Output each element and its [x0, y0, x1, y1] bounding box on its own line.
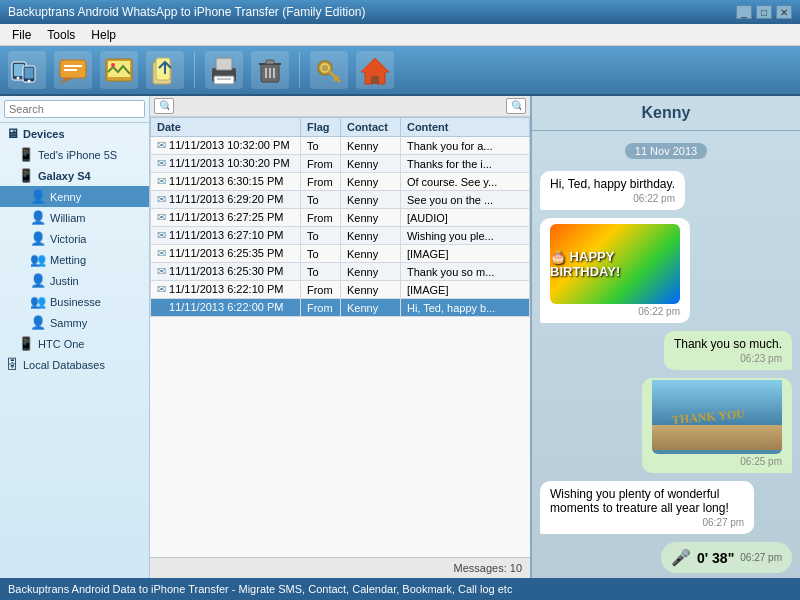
galaxy-icon: 📱: [18, 168, 34, 183]
galaxy-label: Galaxy S4: [38, 170, 91, 182]
cell-date: ✉ 11/11/2013 6:25:35 PM: [151, 245, 301, 263]
cell-content: [AUDIO]: [400, 209, 529, 227]
sidebar-item-businesse[interactable]: 👥 Businesse: [0, 291, 149, 312]
thankyou-image: THANK YOU: [652, 384, 782, 454]
cell-contact: Kenny: [340, 173, 400, 191]
sidebar-item-sammy[interactable]: 👤 Sammy: [0, 312, 149, 333]
cell-contact: Kenny: [340, 281, 400, 299]
devices-section-icon: 🖥: [6, 126, 19, 141]
cell-flag: To: [300, 263, 340, 281]
sammy-icon: 👤: [30, 315, 46, 330]
window-controls[interactable]: _ □ ✕: [736, 5, 792, 19]
svg-rect-22: [266, 60, 274, 64]
cell-flag: From: [300, 173, 340, 191]
table-search-right[interactable]: [506, 98, 526, 114]
victoria-icon: 👤: [30, 231, 46, 246]
bubble-time: 06:27 pm: [550, 517, 744, 528]
metting-icon: 👥: [30, 252, 46, 267]
justin-label: Justin: [50, 275, 79, 287]
maximize-button[interactable]: □: [756, 5, 772, 19]
table-row[interactable]: ✉ 11/11/2013 6:27:10 PM To Kenny Wishing…: [151, 227, 530, 245]
menu-bar: File Tools Help: [0, 24, 800, 46]
sidebar-item-victoria[interactable]: 👤 Victoria: [0, 228, 149, 249]
htc-icon: 📱: [18, 336, 34, 351]
cell-content: Hi, Ted, happy b...: [400, 299, 529, 317]
chat-messages: 11 Nov 2013 Hi, Ted, happy birthday. 06:…: [532, 131, 800, 578]
table-row[interactable]: ✉ 11/11/2013 10:32:00 PM To Kenny Thank …: [151, 137, 530, 155]
mic-icon: 🎤: [671, 548, 691, 567]
toolbar-trash-btn[interactable]: [251, 51, 289, 89]
table-header-row: Date Flag Contact Content: [151, 118, 530, 137]
table-footer: Messages: 10: [150, 557, 530, 578]
table-row[interactable]: ✉ 11/11/2013 10:30:20 PM From Kenny Than…: [151, 155, 530, 173]
table-row[interactable]: ✉ 11/11/2013 6:25:35 PM To Kenny [IMAGE]: [151, 245, 530, 263]
table-row[interactable]: ✉ 11/11/2013 6:29:20 PM To Kenny See you…: [151, 191, 530, 209]
table-scroll[interactable]: Date Flag Contact Content ✉ 11/11/2013 1…: [150, 117, 530, 557]
cell-contact: Kenny: [340, 227, 400, 245]
table-row[interactable]: ✉ 11/11/2013 6:22:10 PM From Kenny [IMAG…: [151, 281, 530, 299]
toolbar-sms-btn[interactable]: [54, 51, 92, 89]
cell-content: Wishing you ple...: [400, 227, 529, 245]
close-button[interactable]: ✕: [776, 5, 792, 19]
table-row[interactable]: ✉ 11/11/2013 6:25:30 PM To Kenny Thank y…: [151, 263, 530, 281]
chat-header: Kenny: [532, 96, 800, 131]
menu-file[interactable]: File: [4, 26, 39, 44]
toolbar-photo-btn[interactable]: [100, 51, 138, 89]
sidebar-devices-header[interactable]: 🖥 Devices: [0, 123, 149, 144]
table-row[interactable]: ✉ 11/11/2013 6:30:15 PM From Kenny Of co…: [151, 173, 530, 191]
cell-flag: To: [300, 227, 340, 245]
table-row[interactable]: ✉ 11/11/2013 6:27:25 PM From Kenny [AUDI…: [151, 209, 530, 227]
kenny-contact-icon: 👤: [30, 189, 46, 204]
menu-help[interactable]: Help: [83, 26, 124, 44]
cell-flag: From: [300, 281, 340, 299]
chat-panel: Kenny 11 Nov 2013 Hi, Ted, happy birthda…: [530, 96, 800, 578]
sidebar-item-htc[interactable]: 📱 HTC One: [0, 333, 149, 354]
business-label: Businesse: [50, 296, 101, 308]
bubble-text: Hi, Ted, happy birthday.: [550, 177, 675, 191]
toolbar-devices-btn[interactable]: [8, 51, 46, 89]
status-text: Backuptrans Android Data to iPhone Trans…: [8, 583, 512, 595]
sidebar-item-metting[interactable]: 👥 Metting: [0, 249, 149, 270]
bubble-time: 06:22 pm: [550, 306, 680, 317]
chat-contact-name: Kenny: [642, 104, 691, 121]
bubble-time: 06:25 pm: [652, 456, 782, 467]
main-layout: 🖥 Devices 📱 Ted's iPhone 5S 📱 Galaxy S4 …: [0, 96, 800, 578]
audio-time: 06:27 pm: [740, 552, 782, 563]
toolbar-backup-btn[interactable]: [146, 51, 184, 89]
cell-contact: Kenny: [340, 155, 400, 173]
sidebar-item-galaxy[interactable]: 📱 Galaxy S4: [0, 165, 149, 186]
toolbar-key-btn[interactable]: [310, 51, 348, 89]
cell-content: Thank you for a...: [400, 137, 529, 155]
table-row[interactable]: ✉ 11/11/2013 6:22:00 PM From Kenny Hi, T…: [151, 299, 530, 317]
svg-rect-18: [214, 76, 234, 84]
search-input[interactable]: [4, 100, 145, 118]
messages-count: Messages: 10: [454, 562, 522, 574]
cell-contact: Kenny: [340, 137, 400, 155]
cell-contact: Kenny: [340, 209, 400, 227]
iphone-icon: 📱: [18, 147, 34, 162]
backup-icon: [149, 54, 181, 86]
col-contact: Contact: [340, 118, 400, 137]
cell-content: Thank you so m...: [400, 263, 529, 281]
table-search-input[interactable]: [154, 98, 174, 114]
svg-rect-14: [156, 58, 170, 80]
cell-date: ✉ 11/11/2013 6:22:10 PM: [151, 281, 301, 299]
menu-tools[interactable]: Tools: [39, 26, 83, 44]
cell-contact: Kenny: [340, 191, 400, 209]
sidebar-local-databases[interactable]: 🗄 Local Databases: [0, 354, 149, 375]
chat-text-bubble: Hi, Ted, happy birthday. 06:22 pm: [540, 171, 685, 210]
svg-rect-31: [371, 76, 379, 84]
devices-label: Devices: [23, 128, 65, 140]
toolbar-home-btn[interactable]: [356, 51, 394, 89]
sidebar-item-iphone5s[interactable]: 📱 Ted's iPhone 5S: [0, 144, 149, 165]
home-icon: [359, 54, 391, 86]
trash-icon: [254, 54, 286, 86]
sidebar-item-justin[interactable]: 👤 Justin: [0, 270, 149, 291]
sidebar-item-william[interactable]: 👤 William: [0, 207, 149, 228]
search-area: [0, 96, 149, 123]
minimize-button[interactable]: _: [736, 5, 752, 19]
toolbar-print-btn[interactable]: [205, 51, 243, 89]
cell-flag: From: [300, 209, 340, 227]
svg-rect-17: [216, 58, 232, 70]
sidebar-item-kenny[interactable]: 👤 Kenny: [0, 186, 149, 207]
